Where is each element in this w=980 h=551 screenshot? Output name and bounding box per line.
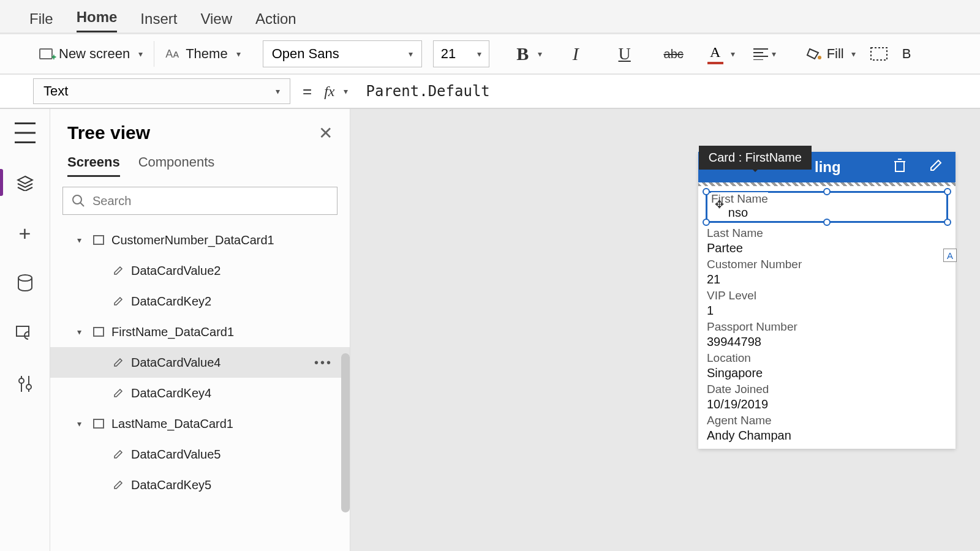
bold-button[interactable]: B▾ xyxy=(511,43,542,64)
field-label: Customer Number xyxy=(707,258,947,271)
formula-input[interactable] xyxy=(360,78,980,104)
form-field[interactable]: Agent NameAndy Champan xyxy=(707,414,947,443)
left-rail: + xyxy=(0,109,50,551)
selection-tooltip: Card : FirstName xyxy=(699,146,812,170)
hamburger-icon[interactable] xyxy=(15,122,36,143)
field-label: Passport Number xyxy=(707,320,947,334)
strikethrough-button[interactable]: abc xyxy=(658,47,689,61)
tree-control-node[interactable]: DataCardValue2 xyxy=(50,255,350,286)
form-field[interactable]: First Name✥ nso xyxy=(706,191,948,223)
tree-control-node[interactable]: DataCardValue5 xyxy=(50,439,350,470)
tree-list: ▾CustomerNumber_DataCard1DataCardValue2D… xyxy=(50,225,350,551)
text-input-icon xyxy=(113,296,124,307)
chevron-down-icon[interactable]: ▾ xyxy=(731,49,735,59)
chevron-down-icon: ▾ xyxy=(276,86,280,96)
svg-point-8 xyxy=(18,275,32,281)
border-button[interactable] xyxy=(870,47,888,61)
field-value: 21 xyxy=(707,272,947,287)
caret-down-icon: ▾ xyxy=(77,235,86,245)
tree-control-node[interactable]: DataCardKey5 xyxy=(50,470,350,500)
new-screen-label: New screen xyxy=(59,46,130,62)
caret-down-icon: ▾ xyxy=(77,419,86,429)
tree-search[interactable] xyxy=(62,187,337,215)
data-icon[interactable] xyxy=(15,273,36,294)
property-select[interactable]: Text ▾ xyxy=(33,78,290,104)
tree-control-node[interactable]: DataCardKey2 xyxy=(50,286,350,317)
delete-icon[interactable] xyxy=(893,158,907,176)
menu-bar: File Home Insert View Action xyxy=(0,0,980,34)
tree-node-label: CustomerNumber_DataCard1 xyxy=(111,233,274,247)
scrollbar-thumb[interactable] xyxy=(341,353,350,512)
field-value: 10/19/2019 xyxy=(707,397,947,411)
tree-datacard-node[interactable]: ▾LastName_DataCard1 xyxy=(50,408,350,439)
workspace: + Tree view ✕ Screens Components ▾Custom… xyxy=(0,109,980,551)
field-value: Andy Champan xyxy=(707,429,947,443)
form-field[interactable]: LocationSingapore xyxy=(707,351,947,380)
search-icon xyxy=(72,194,85,208)
media-icon[interactable] xyxy=(15,323,36,344)
advanced-tools-icon[interactable] xyxy=(15,373,36,394)
theme-label: Theme xyxy=(186,46,227,62)
tree-datacard-node[interactable]: ▾FirstName_DataCard1 xyxy=(50,317,350,347)
font-size-select[interactable]: 21 ▾ xyxy=(433,40,489,67)
text-input-icon xyxy=(113,388,124,399)
tree-control-node[interactable]: DataCardKey4 xyxy=(50,378,350,408)
menu-action[interactable]: Action xyxy=(255,10,296,32)
tree-view-icon[interactable] xyxy=(15,173,36,193)
menu-insert[interactable]: Insert xyxy=(140,10,177,32)
field-label: Agent Name xyxy=(707,414,947,427)
form-field[interactable]: Passport Number39944798 xyxy=(707,320,947,349)
field-value: Singapore xyxy=(707,366,947,380)
tab-screens[interactable]: Screens xyxy=(67,154,120,177)
form-body: A First Name✥ nsoLast NameParteeCustomer… xyxy=(698,186,956,449)
tree-datacard-node[interactable]: ▾CustomerNumber_DataCard1 xyxy=(50,225,350,255)
svg-point-5 xyxy=(818,56,821,59)
tree-control-node[interactable]: DataCardValue4••• xyxy=(50,347,350,378)
equals-label: = xyxy=(303,82,312,101)
caret-down-icon: ▾ xyxy=(77,327,86,337)
menu-view[interactable]: View xyxy=(200,10,232,32)
font-size-value: 21 xyxy=(441,46,456,62)
svg-marker-7 xyxy=(18,176,32,184)
menu-file[interactable]: File xyxy=(29,10,53,32)
add-icon[interactable]: + xyxy=(15,223,36,244)
svg-point-14 xyxy=(73,195,81,204)
theme-button[interactable]: Aᴀ Theme ▾ xyxy=(165,46,241,62)
underline-button[interactable]: U xyxy=(609,44,640,64)
menu-home[interactable]: Home xyxy=(77,9,118,32)
tab-components[interactable]: Components xyxy=(138,154,215,177)
chevron-down-icon: ▾ xyxy=(477,49,481,59)
canvas[interactable]: Card : FirstName ling A First Name✥ nsoL… xyxy=(350,109,980,551)
font-family-value: Open Sans xyxy=(272,46,339,62)
screen-add-icon xyxy=(39,48,53,59)
fx-button[interactable]: fx ▾ xyxy=(324,83,347,100)
fx-icon: fx xyxy=(324,83,334,100)
search-input[interactable] xyxy=(92,194,328,208)
font-family-select[interactable]: Open Sans ▾ xyxy=(263,40,422,67)
chevron-down-icon: ▾ xyxy=(138,49,143,59)
field-label: Last Name xyxy=(707,227,947,240)
form-field[interactable]: Customer Number21 xyxy=(707,258,947,287)
text-input-icon xyxy=(113,449,124,460)
move-cursor-icon: ✥ xyxy=(715,198,724,211)
edit-icon[interactable] xyxy=(929,158,943,176)
font-color-button[interactable]: A xyxy=(707,44,723,64)
svg-rect-6 xyxy=(871,48,887,60)
more-options-icon[interactable]: ••• xyxy=(314,356,333,370)
form-field[interactable]: VIP Level1 xyxy=(707,289,947,318)
close-icon[interactable]: ✕ xyxy=(318,123,333,143)
fill-button[interactable]: Fill ▾ xyxy=(806,46,856,62)
text-input-icon xyxy=(113,479,124,490)
chevron-down-icon: ▾ xyxy=(344,86,348,96)
form-field[interactable]: Last NamePartee xyxy=(707,227,947,255)
form-field[interactable]: Date Joined10/19/2019 xyxy=(707,383,947,411)
form-card-icon xyxy=(93,235,104,245)
tree-node-label: DataCardValue5 xyxy=(131,448,221,462)
italic-button[interactable]: I xyxy=(560,43,591,64)
svg-marker-4 xyxy=(807,49,818,59)
formula-bar: Text ▾ = fx ▾ xyxy=(0,75,980,109)
rail-active-indicator xyxy=(0,169,3,196)
chevron-down-icon: ▾ xyxy=(851,49,856,59)
new-screen-button[interactable]: New screen ▾ xyxy=(39,46,143,62)
align-button[interactable]: ▾ xyxy=(753,48,784,60)
